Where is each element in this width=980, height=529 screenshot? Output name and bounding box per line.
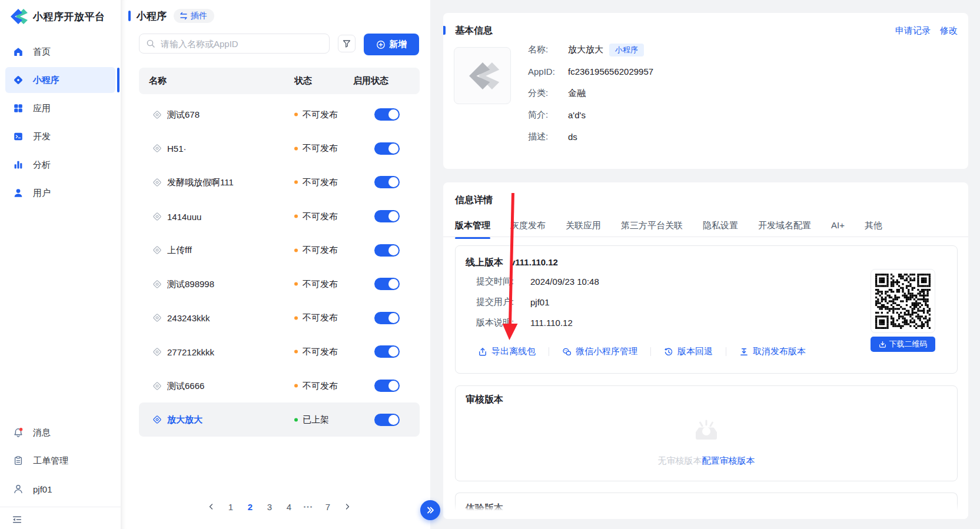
plugin-toggle-badge[interactable]: 插件 bbox=[174, 9, 214, 23]
page-button-3[interactable]: 3 bbox=[264, 497, 276, 516]
table-row[interactable]: 上传fff不可发布 bbox=[139, 233, 420, 267]
online-version-number: v111.110.12 bbox=[510, 257, 558, 267]
enable-toggle[interactable] bbox=[374, 210, 400, 222]
status-dot bbox=[294, 248, 298, 252]
empty-inbox-icon bbox=[692, 420, 720, 445]
enable-toggle[interactable] bbox=[374, 380, 400, 392]
sidebar-item-home[interactable]: 首页 bbox=[5, 39, 115, 65]
sidebar-item-chart[interactable]: 分析 bbox=[5, 152, 115, 178]
enable-toggle[interactable] bbox=[374, 278, 400, 290]
review-version-section: 审核版本 无审核版本配置审核版本 bbox=[455, 385, 958, 481]
double-chevron-right-icon bbox=[426, 506, 434, 514]
enable-toggle[interactable] bbox=[374, 244, 400, 257]
sidebar-item-user[interactable]: 用户 bbox=[5, 180, 115, 206]
search-input[interactable] bbox=[139, 34, 330, 54]
enable-toggle[interactable] bbox=[374, 176, 400, 188]
plus-circle-icon bbox=[376, 40, 386, 49]
filter-icon bbox=[342, 39, 351, 48]
enable-toggle[interactable] bbox=[374, 142, 400, 155]
table-row[interactable]: 1414uuu不可发布 bbox=[139, 199, 420, 234]
apply-records-link[interactable]: 申请记录 bbox=[895, 25, 931, 36]
sidebar-item-dev[interactable]: 开发 bbox=[5, 124, 115, 149]
col-header-name: 名称 bbox=[149, 75, 167, 86]
page-button-7[interactable]: 7 bbox=[322, 497, 334, 516]
action-separator bbox=[650, 347, 651, 356]
download-icon bbox=[879, 341, 886, 348]
row-status: 不可发布 bbox=[294, 143, 338, 154]
sidebar-item-bell[interactable]: 消息 bbox=[5, 420, 115, 445]
page-button-2[interactable]: 2 bbox=[244, 497, 257, 516]
table-header: 名称 状态 启用状态 bbox=[139, 68, 420, 94]
unpublish-action[interactable]: 取消发布版本 bbox=[739, 346, 806, 357]
table-row[interactable]: 放大放大已上架 bbox=[139, 402, 420, 437]
row-status: 不可发布 bbox=[294, 346, 338, 357]
wechat-icon bbox=[562, 347, 572, 357]
field-label: 分类: bbox=[528, 88, 568, 99]
pagination: 1234•••7 bbox=[139, 497, 420, 516]
add-button[interactable]: 新增 bbox=[364, 34, 419, 55]
sidebar-item-label: 工单管理 bbox=[33, 455, 68, 467]
page-ellipsis[interactable]: ••• bbox=[303, 497, 315, 516]
col-header-status: 状态 bbox=[294, 75, 312, 86]
next-page-button[interactable] bbox=[341, 497, 354, 516]
enable-toggle[interactable] bbox=[374, 345, 400, 358]
enable-toggle[interactable] bbox=[374, 414, 400, 426]
status-label: 不可发布 bbox=[303, 346, 338, 357]
row-name: 测试6666 bbox=[167, 380, 204, 391]
table-row[interactable]: 测试898998不可发布 bbox=[139, 267, 420, 301]
sidebar-item-miniprogram[interactable]: 小程序 bbox=[5, 67, 115, 93]
miniprogram-row-icon bbox=[152, 312, 162, 323]
dev-icon bbox=[13, 131, 24, 142]
plugin-badge-label: 插件 bbox=[191, 11, 207, 21]
configure-review-link[interactable]: 配置审核版本 bbox=[702, 455, 755, 465]
field-label: AppID: bbox=[528, 66, 568, 76]
miniprogram-row-icon bbox=[152, 347, 162, 357]
row-name: 1414uuu bbox=[167, 211, 201, 221]
col-header-enable: 启用状态 bbox=[353, 75, 388, 86]
prev-page-button[interactable] bbox=[205, 497, 218, 516]
row-name: 243243kkk bbox=[167, 313, 210, 323]
field-value: fc2361956562029957 bbox=[568, 66, 653, 76]
collapse-sidebar-icon[interactable] bbox=[12, 514, 22, 525]
sidebar-item-label: 用户 bbox=[33, 188, 51, 199]
table-row[interactable]: 243243kkk不可发布 bbox=[139, 301, 420, 335]
user-icon bbox=[13, 188, 24, 198]
table-row[interactable]: 发酵哦放假啊111不可发布 bbox=[139, 165, 420, 199]
filter-button[interactable] bbox=[338, 35, 356, 52]
modify-link[interactable]: 修改 bbox=[940, 25, 958, 36]
download-qr-label: 下载二维码 bbox=[889, 339, 928, 350]
row-name: 测试898998 bbox=[167, 278, 214, 290]
table-row[interactable]: 测试678不可发布 bbox=[139, 98, 420, 132]
sidebar-item-user-outline[interactable]: pjf01 bbox=[5, 476, 115, 502]
sidebar-item-clipboard[interactable]: 工单管理 bbox=[5, 448, 115, 474]
status-dot bbox=[294, 418, 298, 421]
wechat-action[interactable]: 微信小程序管理 bbox=[562, 346, 637, 357]
enable-toggle[interactable] bbox=[374, 108, 400, 121]
row-name: H51· bbox=[167, 144, 187, 154]
table-row[interactable]: 测试6666不可发布 bbox=[139, 369, 420, 403]
status-dot bbox=[294, 147, 298, 150]
field-value: 金融 bbox=[568, 88, 586, 99]
download-qr-button[interactable]: 下载二维码 bbox=[871, 337, 935, 352]
status-label: 不可发布 bbox=[303, 380, 338, 391]
field-label: 描述: bbox=[528, 131, 568, 142]
info-detail-title: 信息详情 bbox=[455, 194, 493, 207]
sidebar-item-apps[interactable]: 应用 bbox=[5, 95, 115, 121]
expand-panel-button[interactable] bbox=[420, 500, 440, 520]
field-row: AppID:fc2361956562029957 bbox=[528, 61, 653, 82]
enable-toggle[interactable] bbox=[374, 312, 400, 324]
row-status: 不可发布 bbox=[294, 312, 338, 324]
basic-fields: 名称:放大放大小程序AppID:fc2361956562029957分类:金融简… bbox=[528, 39, 653, 148]
status-dot bbox=[294, 215, 298, 218]
row-status: 不可发布 bbox=[294, 211, 338, 222]
miniprogram-row-icon bbox=[152, 279, 162, 290]
apps-icon bbox=[13, 103, 24, 114]
rollback-action[interactable]: 版本回退 bbox=[664, 346, 713, 357]
export-action[interactable]: 导出离线包 bbox=[478, 346, 536, 357]
table-row[interactable]: 277212kkkk不可发布 bbox=[139, 335, 420, 369]
row-status: 已上架 bbox=[294, 414, 329, 425]
unpublish-icon bbox=[739, 347, 749, 357]
page-button-4[interactable]: 4 bbox=[283, 497, 295, 516]
table-row[interactable]: H51·不可发布 bbox=[139, 132, 420, 166]
page-button-1[interactable]: 1 bbox=[225, 497, 237, 516]
